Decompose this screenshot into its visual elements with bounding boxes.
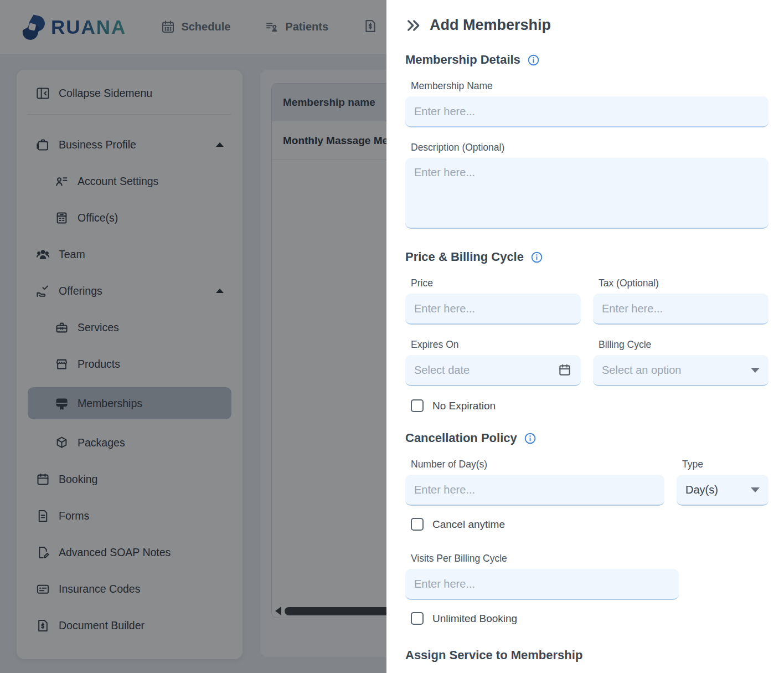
drawer-backdrop-scrim[interactable]	[0, 0, 386, 673]
price-label: Price	[411, 278, 581, 289]
number-of-days-label: Number of Day(s)	[411, 459, 664, 470]
unlimited-booking-checkbox-row[interactable]: Unlimited Booking	[411, 612, 768, 625]
chevron-down-icon	[751, 487, 760, 492]
price-input[interactable]	[405, 294, 581, 325]
calendar-icon	[558, 363, 572, 377]
section-heading-membership-details: Membership Details	[405, 53, 520, 67]
no-expiration-label: No Expiration	[432, 400, 496, 412]
tax-input[interactable]	[593, 294, 768, 325]
add-membership-drawer: Add Membership Membership Details Member…	[386, 0, 784, 673]
drawer-title: Add Membership	[430, 17, 551, 34]
info-icon[interactable]	[530, 251, 543, 264]
unlimited-booking-checkbox[interactable]	[411, 612, 424, 625]
expires-on-datepicker[interactable]: Select date	[405, 355, 581, 386]
section-heading-cancellation-policy: Cancellation Policy	[405, 431, 517, 445]
no-expiration-checkbox[interactable]	[411, 399, 424, 412]
visits-per-cycle-input[interactable]	[405, 569, 679, 600]
visits-per-cycle-label: Visits Per Billing Cycle	[411, 553, 679, 564]
unlimited-booking-label: Unlimited Booking	[432, 613, 517, 625]
info-icon[interactable]	[524, 432, 537, 445]
type-select[interactable]: Day(s)	[677, 475, 768, 506]
tax-label: Tax (Optional)	[599, 278, 768, 289]
info-icon[interactable]	[527, 54, 540, 66]
type-label: Type	[682, 459, 768, 470]
number-of-days-input[interactable]	[405, 475, 664, 506]
expires-on-label: Expires On	[411, 339, 581, 351]
membership-name-input[interactable]	[405, 96, 768, 127]
description-textarea[interactable]	[405, 158, 768, 229]
expires-on-placeholder: Select date	[414, 364, 470, 377]
billing-cycle-placeholder: Select an option	[602, 364, 681, 377]
type-selected-value: Day(s)	[685, 484, 718, 496]
cancel-anytime-checkbox-row[interactable]: Cancel anytime	[411, 518, 768, 531]
billing-cycle-label: Billing Cycle	[599, 339, 768, 351]
cancel-anytime-label: Cancel anytime	[432, 518, 505, 531]
cancel-anytime-checkbox[interactable]	[411, 518, 424, 531]
description-label: Description (Optional)	[411, 142, 768, 153]
chevron-down-icon	[751, 368, 760, 373]
section-heading-assign-service: Assign Service to Membership	[405, 648, 582, 662]
membership-name-label: Membership Name	[411, 80, 768, 92]
billing-cycle-select[interactable]: Select an option	[593, 355, 768, 386]
section-heading-price-billing: Price & Billing Cycle	[405, 250, 524, 264]
close-drawer-chevrons-icon[interactable]	[405, 17, 422, 34]
no-expiration-checkbox-row[interactable]: No Expiration	[411, 399, 768, 412]
